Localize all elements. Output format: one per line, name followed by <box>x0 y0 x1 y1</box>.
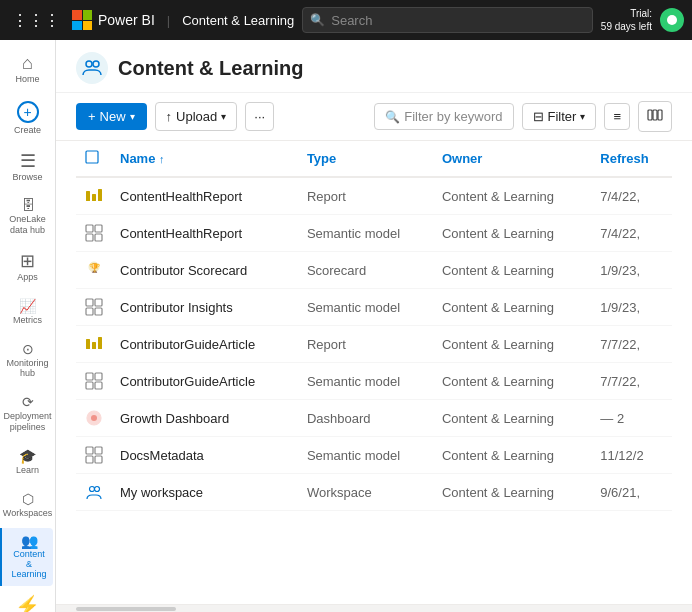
row-type-cell: Workspace <box>299 474 434 511</box>
scrollbar-thumb[interactable] <box>76 607 176 611</box>
row-type-cell: Semantic model <box>299 215 434 252</box>
sidebar-item-apps[interactable]: ⊞ Apps <box>4 246 52 289</box>
row-refresh-cell: 9/6/21, <box>592 474 672 511</box>
svg-rect-12 <box>95 234 102 241</box>
row-icon-cell: 🏆 <box>76 252 112 289</box>
row-icon-cell <box>76 289 112 326</box>
row-owner-cell: Content & Learning <box>434 474 592 511</box>
page-header: Content & Learning <box>56 40 692 93</box>
table-row[interactable]: ContributorGuideArticle Report Content &… <box>76 326 672 363</box>
svg-point-27 <box>91 415 97 421</box>
row-type-cell: Scorecard <box>299 252 434 289</box>
row-name-cell: ContentHealthReport <box>112 177 299 215</box>
table-body: ContentHealthReport Report Content & Lea… <box>76 177 672 511</box>
row-type-cell: Report <box>299 177 434 215</box>
search-input[interactable] <box>302 7 593 33</box>
table-row[interactable]: ContentHealthReport Semantic model Conte… <box>76 215 672 252</box>
column-settings-button[interactable] <box>638 101 672 132</box>
row-refresh-cell: 11/12/2 <box>592 437 672 474</box>
sidebar-label-apps: Apps <box>17 272 38 283</box>
svg-rect-17 <box>86 308 93 315</box>
svg-rect-31 <box>95 456 102 463</box>
row-owner-cell: Content & Learning <box>434 215 592 252</box>
sidebar-label-create: Create <box>14 125 41 136</box>
sidebar-item-learn[interactable]: 🎓 Learn <box>4 443 52 482</box>
upload-button[interactable]: ↑ Upload ▾ <box>155 102 238 131</box>
row-type-cell: Semantic model <box>299 289 434 326</box>
sidebar-item-monitoring[interactable]: ⊙ Monitoring hub <box>4 336 52 386</box>
row-type-icon: 🏆 <box>84 260 104 280</box>
microsoft-brand: Power BI <box>72 10 155 30</box>
sidebar-item-onelake[interactable]: 🗄 OneLake data hub <box>4 192 52 242</box>
filter-keyword-search-icon: 🔍 <box>385 110 400 124</box>
table-row[interactable]: ContentHealthReport Report Content & Lea… <box>76 177 672 215</box>
nav-workspace-label[interactable]: Content & Learning <box>182 13 294 28</box>
workspace-icon <box>76 52 108 84</box>
create-icon: + <box>17 101 39 123</box>
sidebar-label-home: Home <box>15 74 39 85</box>
sidebar-item-browse[interactable]: ☰ Browse <box>4 146 52 189</box>
sidebar-item-workspaces[interactable]: ⬡ Workspaces <box>4 486 52 525</box>
sidebar-item-powerbi[interactable]: ⚡ Power BI <box>4 590 52 612</box>
table-container: Name ↑ Type Owner Refresh ContentHealthR… <box>56 141 692 604</box>
col-owner[interactable]: Owner <box>434 141 592 177</box>
columns-icon <box>647 107 663 123</box>
table-row[interactable]: Contributor Insights Semantic model Cont… <box>76 289 672 326</box>
row-name-cell: ContributorGuideArticle <box>112 363 299 400</box>
workspaces-icon: ⬡ <box>22 492 34 506</box>
row-name-cell: Growth Dashboard <box>112 400 299 437</box>
svg-rect-29 <box>95 447 102 454</box>
sidebar-label-workspaces: Workspaces <box>3 508 52 519</box>
sidebar-item-deployment[interactable]: ⟳ Deployment pipelines <box>4 389 52 439</box>
view-toggle-button[interactable]: ≡ <box>604 103 630 130</box>
upload-icon: ↑ <box>166 109 173 124</box>
sidebar-label-browse: Browse <box>12 172 42 183</box>
col-type[interactable]: Type <box>299 141 434 177</box>
sidebar-label-learn: Learn <box>16 465 39 476</box>
new-button[interactable]: + New ▾ <box>76 103 147 130</box>
row-owner-cell: Content & Learning <box>434 252 592 289</box>
sidebar-item-metrics[interactable]: 📈 Metrics <box>4 293 52 332</box>
sidebar-item-home[interactable]: ⌂ Home <box>4 48 52 91</box>
table-row[interactable]: My workspace Workspace Content & Learnin… <box>76 474 672 511</box>
row-refresh-cell: 7/7/22, <box>592 326 672 363</box>
row-owner-cell: Content & Learning <box>434 437 592 474</box>
row-owner-cell: Content & Learning <box>434 326 592 363</box>
svg-point-0 <box>86 61 92 67</box>
sidebar-label-metrics: Metrics <box>13 315 42 326</box>
row-name-cell: ContributorGuideArticle <box>112 326 299 363</box>
row-type-icon <box>84 408 104 428</box>
table-row[interactable]: DocsMetadata Semantic model Content & Le… <box>76 437 672 474</box>
horizontal-scrollbar[interactable] <box>56 604 692 612</box>
svg-rect-19 <box>86 339 90 349</box>
svg-rect-4 <box>658 110 662 120</box>
table-row[interactable]: 🏆 Contributor Scorecard Scorecard Conten… <box>76 252 672 289</box>
sidebar: ⌂ Home + Create ☰ Browse 🗄 OneLake data … <box>0 40 56 612</box>
svg-rect-18 <box>95 308 102 315</box>
table-row[interactable]: Growth Dashboard Dashboard Content & Lea… <box>76 400 672 437</box>
filter-button[interactable]: ⊟ Filter ▾ <box>522 103 597 130</box>
sidebar-label-onelake: OneLake data hub <box>8 214 48 236</box>
microsoft-logo <box>72 10 92 30</box>
sidebar-label-content-learning: Content & Learning <box>9 550 49 580</box>
svg-rect-11 <box>86 234 93 241</box>
filter-keyword-button[interactable]: 🔍 Filter by keyword <box>374 103 513 130</box>
waffle-menu[interactable]: ⋮⋮⋮ <box>8 7 64 34</box>
sidebar-label-monitoring: Monitoring hub <box>6 358 48 380</box>
home-icon: ⌂ <box>22 54 33 72</box>
more-button[interactable]: ··· <box>245 102 274 131</box>
svg-rect-10 <box>95 225 102 232</box>
table-row[interactable]: ContributorGuideArticle Semantic model C… <box>76 363 672 400</box>
onelake-icon: 🗄 <box>21 198 35 212</box>
col-name[interactable]: Name ↑ <box>112 141 299 177</box>
avatar[interactable] <box>660 8 684 32</box>
powerbi-icon: ⚡ <box>15 596 40 612</box>
sidebar-item-content-learning[interactable]: 👥 Content & Learning <box>0 528 53 586</box>
row-name-cell: My workspace <box>112 474 299 511</box>
filter-icon: ⊟ <box>533 109 544 124</box>
content-table: Name ↑ Type Owner Refresh ContentHealthR… <box>76 141 672 511</box>
svg-rect-22 <box>86 373 93 380</box>
browse-icon: ☰ <box>20 152 36 170</box>
col-refresh[interactable]: Refresh <box>592 141 672 177</box>
sidebar-item-create[interactable]: + Create <box>4 95 52 142</box>
